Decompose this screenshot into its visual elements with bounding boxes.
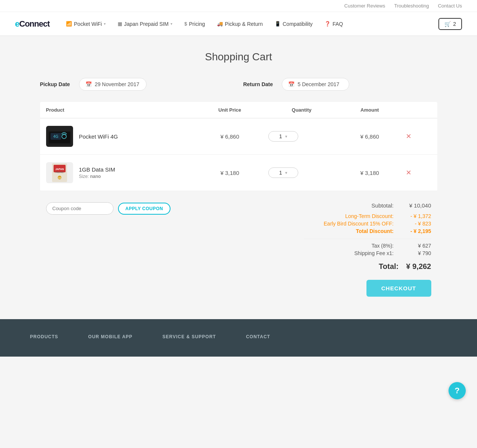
col-remove bbox=[398, 102, 437, 118]
apply-coupon-button[interactable]: APPLY COUPON bbox=[118, 203, 171, 215]
compatibility-nav[interactable]: 📱 Compatibility bbox=[270, 18, 317, 30]
page-title: Shopping Cart bbox=[40, 51, 437, 63]
quantity-value-wifi: 1 bbox=[279, 133, 282, 139]
grand-total-label: Total: bbox=[379, 262, 399, 271]
question-icon: ❓ bbox=[324, 21, 330, 27]
wifi-icon: 📶 bbox=[66, 21, 72, 27]
cart-icon: 🛒 bbox=[444, 21, 451, 27]
calendar-icon: 📅 bbox=[85, 81, 92, 87]
col-amount: Amount bbox=[341, 102, 399, 118]
checkout-button[interactable]: CHECKOUT bbox=[366, 280, 431, 297]
early-bird-discount-row: Early Bird Discount 15% OFF: - ¥ 823 bbox=[304, 221, 431, 227]
cart-table: Product Unit Price Quantity Amount bbox=[40, 102, 437, 191]
total-discount-row: Total Discount: - ¥ 2,195 bbox=[304, 228, 431, 234]
shipping-label: Shipping Fee x1: bbox=[354, 250, 393, 256]
product-image-wifi: 4G bbox=[46, 126, 73, 147]
subtotal-label: Subtotal: bbox=[371, 202, 393, 209]
product-size-sim: Size: nano bbox=[79, 174, 115, 179]
truck-icon: 🚚 bbox=[217, 21, 223, 27]
grand-total-value: ¥ 9,262 bbox=[406, 262, 431, 271]
product-name-sim: 1GB Data SIM bbox=[79, 166, 115, 173]
pickup-return-nav[interactable]: 🚚 Pickup & Return bbox=[212, 18, 267, 30]
tax-row: Tax (8%): ¥ 627 bbox=[304, 243, 431, 249]
table-row: JAPAN PREPAID SIM 1GB Data SIM Size: nan… bbox=[40, 155, 437, 191]
total-discount-value: - ¥ 2,195 bbox=[401, 228, 431, 234]
checkout-area: CHECKOUT bbox=[304, 277, 431, 297]
return-date-input[interactable]: 📅 5 December 2017 bbox=[282, 78, 349, 91]
pickup-date-input[interactable]: 📅 29 November 2017 bbox=[79, 78, 147, 91]
product-info-sim: 1GB Data SIM Size: nano bbox=[79, 166, 115, 179]
cart-count: 2 bbox=[453, 21, 456, 27]
total-discount-label: Total Discount: bbox=[356, 228, 394, 234]
product-name-wifi: Pocket WiFi 4G bbox=[79, 133, 118, 140]
subtotal-row: Subtotal: ¥ 10,040 bbox=[304, 202, 431, 209]
chevron-down-icon: ▾ bbox=[104, 22, 106, 26]
sim-icon: ▦ bbox=[118, 21, 122, 27]
coupon-input[interactable] bbox=[46, 202, 114, 215]
date-row: Pickup Date 📅 29 November 2017 Return Da… bbox=[40, 78, 437, 91]
footer-heading-support: SERVICE & SUPPORT bbox=[163, 334, 216, 339]
footer-heading-products: PRODUCTS bbox=[30, 334, 58, 339]
col-product: Product bbox=[40, 102, 197, 118]
unit-price-sim: ¥ 3,180 bbox=[197, 155, 262, 191]
early-bird-value: - ¥ 823 bbox=[401, 221, 431, 227]
main-content: Shopping Cart Pickup Date 📅 29 November … bbox=[33, 36, 445, 319]
faq-nav[interactable]: ❓ FAQ bbox=[320, 18, 347, 30]
coupon-area: APPLY COUPON bbox=[46, 202, 171, 215]
product-cell-sim: JAPAN PREPAID SIM 1GB Data SIM Size: nan… bbox=[46, 162, 191, 183]
long-term-value: - ¥ 1,372 bbox=[401, 213, 431, 219]
chevron-down-icon-qty2: ▾ bbox=[285, 170, 287, 175]
amount-sim: ¥ 3,180 bbox=[341, 155, 399, 191]
quantity-selector-sim[interactable]: 1 ▾ bbox=[268, 167, 298, 178]
product-cell-wifi: 4G Pocket WiFi 4G bbox=[46, 126, 191, 147]
tax-label: Tax (8%): bbox=[371, 243, 393, 249]
shipping-row: Shipping Fee x1: ¥ 790 bbox=[304, 250, 431, 256]
svg-text:4G: 4G bbox=[53, 134, 58, 139]
pricing-nav[interactable]: $ Pricing bbox=[180, 18, 209, 30]
dollar-icon: $ bbox=[184, 21, 187, 27]
subtotal-value: ¥ 10,040 bbox=[401, 202, 431, 209]
footer: PRODUCTS OUR MOBILE APP SERVICE & SUPPOR… bbox=[0, 319, 477, 357]
nav-items: 📶 Pocket WiFi ▾ ▦ Japan Prepaid SIM ▾ $ … bbox=[61, 18, 438, 30]
troubleshooting-link[interactable]: Troubleshooting bbox=[394, 3, 429, 9]
amount-wifi: ¥ 6,860 bbox=[341, 118, 399, 155]
col-quantity: Quantity bbox=[262, 102, 341, 118]
cart-button[interactable]: 🛒 2 bbox=[438, 18, 462, 30]
early-bird-label: Early Bird Discount 15% OFF: bbox=[324, 221, 394, 227]
table-row: 4G Pocket WiFi 4G ¥ 6,860 bbox=[40, 118, 437, 155]
bottom-section: APPLY COUPON Subtotal: ¥ 10,040 Long-Ter… bbox=[40, 202, 437, 297]
return-date-label: Return Date bbox=[243, 81, 273, 87]
footer-col-support: SERVICE & SUPPORT bbox=[163, 334, 216, 345]
pocket-wifi-nav[interactable]: 📶 Pocket WiFi ▾ bbox=[61, 18, 110, 30]
pickup-date-label: Pickup Date bbox=[40, 81, 70, 87]
footer-col-products: PRODUCTS bbox=[30, 334, 58, 345]
remove-sim-button[interactable]: ✕ bbox=[404, 167, 413, 178]
chevron-down-icon-qty: ▾ bbox=[285, 134, 287, 139]
pickup-date-value: 29 November 2017 bbox=[95, 81, 139, 87]
col-unit-price: Unit Price bbox=[197, 102, 262, 118]
navbar: eConnect 📶 Pocket WiFi ▾ ▦ Japan Prepaid… bbox=[0, 12, 477, 36]
quantity-selector-wifi[interactable]: 1 ▾ bbox=[268, 131, 298, 142]
quantity-value-sim: 1 bbox=[279, 170, 282, 176]
long-term-discount-row: Long-Term Discount: - ¥ 1,372 bbox=[304, 213, 431, 219]
customer-reviews-link[interactable]: Customer Reviews bbox=[344, 3, 385, 9]
grand-total-row: Total: ¥ 9,262 bbox=[304, 262, 431, 271]
topbar: Customer Reviews Troubleshooting Contact… bbox=[0, 0, 477, 12]
calendar-icon-2: 📅 bbox=[288, 81, 295, 87]
footer-heading-app: OUR MOBILE APP bbox=[88, 334, 132, 339]
unit-price-wifi: ¥ 6,860 bbox=[197, 118, 262, 155]
product-image-sim: JAPAN PREPAID SIM bbox=[46, 162, 73, 183]
remove-wifi-button[interactable]: ✕ bbox=[404, 131, 413, 142]
contact-us-link[interactable]: Contact Us bbox=[438, 3, 462, 9]
phone-icon: 📱 bbox=[275, 21, 281, 27]
japan-prepaid-sim-nav[interactable]: ▦ Japan Prepaid SIM ▾ bbox=[113, 18, 177, 30]
divider bbox=[304, 239, 431, 239]
chevron-down-icon: ▾ bbox=[170, 22, 172, 26]
footer-heading-contact: CONTACT bbox=[246, 334, 270, 339]
svg-text:SIM: SIM bbox=[58, 177, 61, 179]
tax-value: ¥ 627 bbox=[401, 243, 431, 249]
logo[interactable]: eConnect bbox=[15, 19, 49, 29]
long-term-label: Long-Term Discount: bbox=[345, 213, 393, 219]
svg-text:JAPAN: JAPAN bbox=[55, 168, 64, 170]
totals-area: Subtotal: ¥ 10,040 Long-Term Discount: -… bbox=[304, 202, 431, 297]
